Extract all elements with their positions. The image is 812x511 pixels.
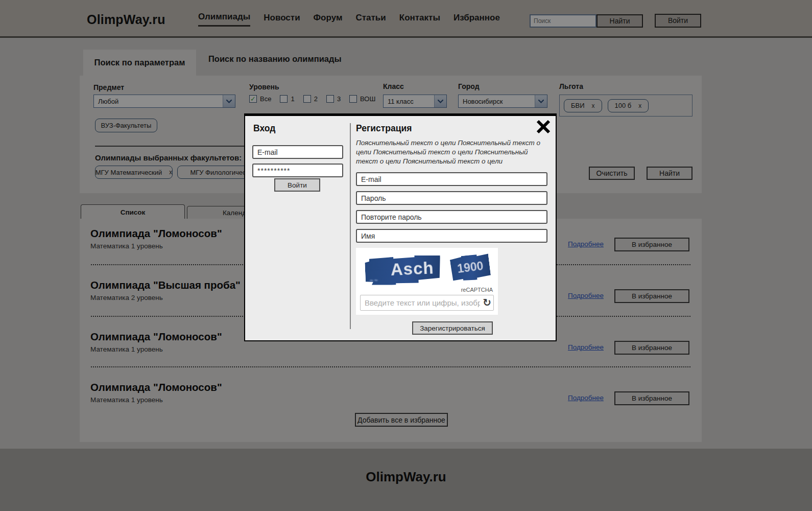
captcha-image-right: 1900 — [449, 253, 491, 283]
login-submit-button[interactable]: Войти — [274, 178, 320, 192]
login-email-field[interactable] — [252, 145, 343, 159]
auth-modal: Вход Войти Регистрация Пояснительный тек… — [244, 113, 557, 341]
registration-description: Пояснительный текст о цели Пояснительный… — [356, 138, 545, 166]
registration-section: Регистрация Пояснительный текст о цели П… — [356, 123, 547, 315]
registration-title: Регистрация — [356, 123, 547, 134]
captcha-widget: ~~ Asch 1900 reCAPTCHA ↻ — [356, 248, 498, 315]
modal-divider — [350, 123, 351, 329]
captcha-image-left: ~~ Asch — [365, 254, 441, 286]
registration-name-field[interactable] — [356, 229, 547, 243]
captcha-image-text: Asch — [390, 259, 434, 280]
login-section: Вход — [252, 123, 343, 177]
registration-submit-button[interactable]: Зарегистрироваться — [412, 321, 493, 335]
registration-password-field[interactable] — [356, 191, 547, 205]
registration-repeat-password-field[interactable] — [356, 210, 547, 224]
recaptcha-brand-label: reCAPTCHA — [461, 287, 493, 293]
captcha-input-wrap: ↻ — [360, 295, 494, 311]
login-title: Вход — [253, 123, 343, 134]
captcha-image-noise: ~~ — [369, 268, 379, 287]
refresh-icon[interactable]: ↻ — [483, 296, 491, 309]
registration-email-field[interactable] — [356, 172, 547, 186]
captcha-input[interactable] — [360, 295, 494, 311]
captcha-image-text: 1900 — [457, 259, 484, 275]
login-password-field[interactable] — [252, 164, 343, 177]
